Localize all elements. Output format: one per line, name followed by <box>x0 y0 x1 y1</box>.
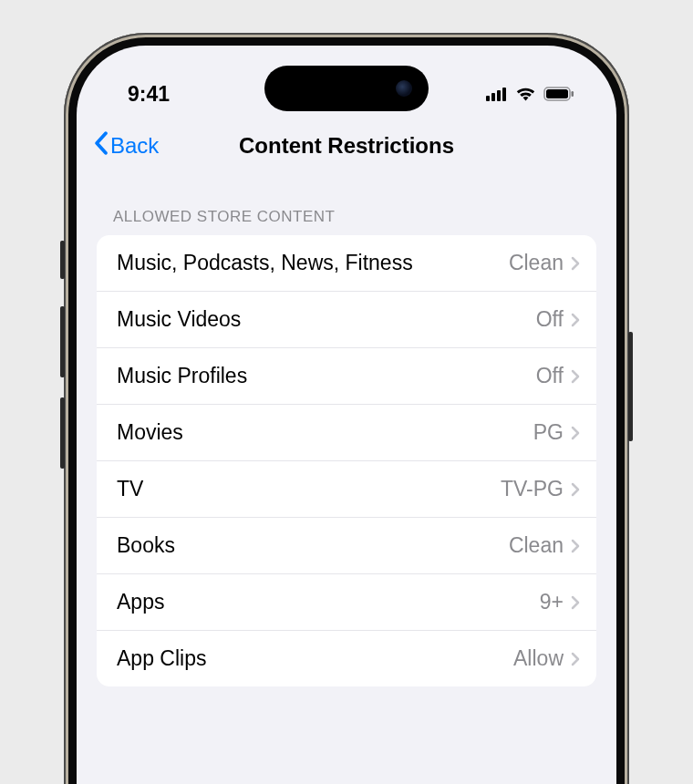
row-label: Books <box>117 533 509 558</box>
row-label: TV <box>117 477 501 501</box>
navigation-bar: Back Content Restrictions <box>77 117 616 171</box>
content-area: Allowed Store Content Music, Podcasts, N… <box>77 171 616 686</box>
row-label: App Clips <box>117 646 513 671</box>
row-value: Clean <box>509 533 564 558</box>
row-movies[interactable]: Movies PG <box>97 405 596 461</box>
row-app-clips[interactable]: App Clips Allow <box>97 631 596 686</box>
back-label: Back <box>110 133 159 159</box>
status-indicators <box>486 82 574 107</box>
chevron-right-icon <box>571 313 580 327</box>
phone-frame: 9:41 <box>64 33 629 784</box>
settings-list: Music, Podcasts, News, Fitness Clean Mus… <box>97 235 596 686</box>
row-value: 9+ <box>540 590 564 614</box>
row-value: Clean <box>509 251 564 275</box>
wifi-icon <box>515 82 536 107</box>
side-button-silent <box>60 241 65 279</box>
row-books[interactable]: Books Clean <box>97 518 596 574</box>
row-value: Allow <box>513 646 564 671</box>
back-button[interactable]: Back <box>93 131 159 160</box>
svg-rect-5 <box>546 89 568 98</box>
side-button-volume-up <box>60 306 65 377</box>
row-value: PG <box>533 420 564 445</box>
side-button-volume-down <box>60 397 65 469</box>
row-label: Music, Podcasts, News, Fitness <box>117 251 509 275</box>
svg-rect-1 <box>491 93 495 101</box>
svg-rect-6 <box>572 91 574 97</box>
row-value: Off <box>536 364 564 388</box>
chevron-right-icon <box>571 256 580 271</box>
dynamic-island <box>264 66 429 111</box>
cellular-icon <box>486 82 508 107</box>
section-header: Allowed Store Content <box>97 208 596 235</box>
battery-icon <box>543 82 574 107</box>
side-button-power <box>628 332 633 441</box>
row-music-profiles[interactable]: Music Profiles Off <box>97 348 596 405</box>
row-label: Music Videos <box>117 307 536 332</box>
row-apps[interactable]: Apps 9+ <box>97 574 596 631</box>
row-music-podcasts[interactable]: Music, Podcasts, News, Fitness Clean <box>97 235 596 292</box>
page-title: Content Restrictions <box>93 133 600 159</box>
chevron-right-icon <box>571 652 580 666</box>
svg-rect-0 <box>486 96 490 101</box>
chevron-left-icon <box>93 131 109 160</box>
camera-lens <box>396 80 412 97</box>
svg-rect-2 <box>497 90 501 101</box>
row-tv[interactable]: TV TV-PG <box>97 461 596 518</box>
status-time: 9:41 <box>128 82 170 107</box>
row-value: Off <box>536 307 564 332</box>
row-music-videos[interactable]: Music Videos Off <box>97 292 596 348</box>
chevron-right-icon <box>571 426 580 440</box>
chevron-right-icon <box>571 369 580 384</box>
chevron-right-icon <box>571 482 580 497</box>
screen: 9:41 <box>77 46 616 784</box>
row-value: TV-PG <box>501 477 564 501</box>
chevron-right-icon <box>571 539 580 553</box>
row-label: Music Profiles <box>117 364 536 388</box>
row-label: Movies <box>117 420 533 445</box>
svg-rect-3 <box>502 88 506 101</box>
row-label: Apps <box>117 590 540 614</box>
chevron-right-icon <box>571 595 580 610</box>
